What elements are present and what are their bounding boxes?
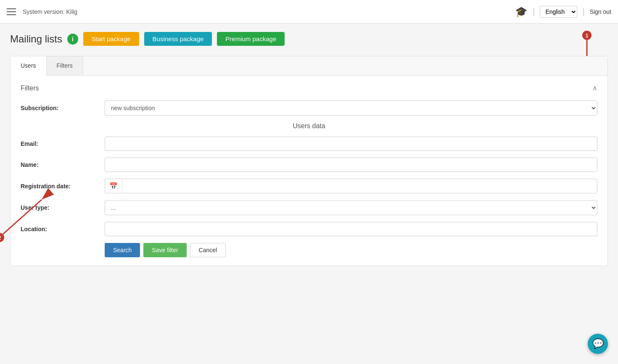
- user-type-label: User type:: [21, 204, 105, 211]
- start-package-btn[interactable]: Start package: [83, 32, 139, 46]
- sign-out-link[interactable]: Sign out: [590, 8, 611, 15]
- location-row: Location:: [21, 222, 597, 236]
- info-badge[interactable]: i: [67, 34, 78, 45]
- hamburger-menu[interactable]: [7, 8, 16, 15]
- action-buttons: Search Save filter Cancel: [105, 243, 597, 257]
- tab-filters[interactable]: Filters: [47, 56, 83, 75]
- separator2: |: [582, 7, 584, 16]
- date-input[interactable]: [122, 179, 597, 193]
- main-card: Users Filters Filters ∧ Subscription: ne…: [10, 56, 608, 266]
- date-input-wrapper: 📅: [105, 179, 597, 193]
- arrow2-svg: 2: [0, 187, 71, 250]
- header-left: System version: Kilig: [7, 8, 77, 15]
- calendar-icon[interactable]: 📅: [105, 179, 122, 193]
- registration-date-row: Registration date: 📅 2: [21, 179, 597, 193]
- subscription-row: Subscription: new subscription all confi…: [21, 100, 597, 116]
- email-input[interactable]: [105, 137, 597, 151]
- page-title: Mailing lists: [10, 33, 62, 45]
- business-package-btn[interactable]: Business package: [144, 32, 212, 46]
- email-row: Email:: [21, 137, 597, 151]
- name-label: Name:: [21, 161, 105, 168]
- tab-users[interactable]: Users: [11, 56, 47, 76]
- tabs-bar: Users Filters: [11, 56, 607, 76]
- subscription-label: Subscription:: [21, 105, 105, 111]
- title-section: Mailing lists i Start package Business p…: [10, 32, 608, 46]
- name-row: Name:: [21, 158, 597, 172]
- svg-point-4: [0, 233, 4, 242]
- system-version: System version: Kilig: [23, 8, 77, 15]
- location-input[interactable]: [105, 222, 597, 236]
- filters-title: Filters: [21, 84, 39, 92]
- search-button[interactable]: Search: [105, 243, 140, 257]
- filters-section: Filters ∧ Subscription: new subscription…: [11, 76, 607, 266]
- language-select[interactable]: English French German: [540, 6, 577, 18]
- users-data-heading: Users data: [21, 122, 597, 130]
- page-content: Mailing lists i Start package Business p…: [0, 24, 618, 274]
- location-label: Location:: [21, 226, 105, 232]
- filters-header: Filters ∧: [21, 84, 597, 92]
- header-right: 🎓 | English French German | Sign out: [515, 6, 611, 18]
- collapse-icon[interactable]: ∧: [592, 84, 597, 92]
- app-header: System version: Kilig 🎓 | English French…: [0, 0, 618, 24]
- svg-text:2: 2: [0, 235, 1, 241]
- user-type-row: User type: ... admin user guest: [21, 200, 597, 215]
- graduation-icon: 🎓: [515, 6, 528, 18]
- user-type-select[interactable]: ... admin user guest: [105, 200, 597, 215]
- registration-date-label: Registration date:: [21, 183, 105, 190]
- page-title-row: Mailing lists i Start package Business p…: [10, 32, 608, 46]
- separator: |: [533, 7, 535, 16]
- premium-package-btn[interactable]: Premium package: [217, 32, 285, 46]
- cancel-button[interactable]: Cancel: [190, 243, 226, 257]
- email-label: Email:: [21, 140, 105, 147]
- save-filter-button[interactable]: Save filter: [143, 243, 186, 257]
- name-input[interactable]: [105, 158, 597, 172]
- subscription-select[interactable]: new subscription all confirmed unsubscri…: [105, 100, 597, 116]
